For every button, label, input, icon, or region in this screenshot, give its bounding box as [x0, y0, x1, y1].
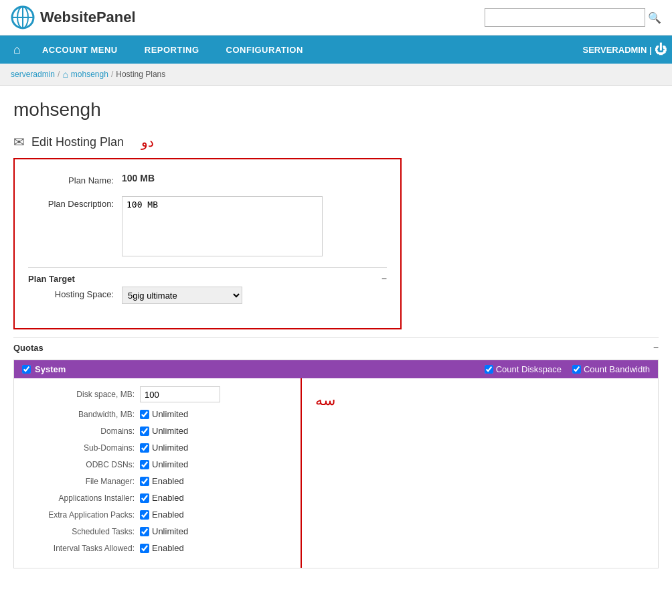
intervaltasks-check-label[interactable]: Enabled [140, 543, 184, 553]
breadcrumb-hosting-plans: Hosting Plans [116, 70, 165, 79]
count-bandwidth-checkbox[interactable] [572, 365, 581, 374]
system-checkbox[interactable] [22, 365, 31, 374]
extrapacks-checkbox[interactable] [140, 510, 149, 520]
annotation-do: دو [141, 134, 154, 150]
system-table: System Count Diskspace Count Bandwidth [13, 360, 659, 568]
plan-target-label: Plan Target [28, 274, 75, 284]
plan-name-label: Plan Name: [28, 173, 122, 185]
breadcrumb-serveradmin[interactable]: serveradmin [11, 70, 55, 79]
intervaltasks-checkbox[interactable] [140, 544, 149, 553]
extrapacks-check-label[interactable]: Enabled [140, 510, 184, 520]
filemanager-checkbox[interactable] [140, 477, 149, 486]
system-right: سه [302, 378, 658, 568]
field-row-diskspace: Disk space, MB: [14, 386, 301, 402]
nav-item-account-menu[interactable]: ACCOUNT MENU [29, 35, 131, 64]
system-label: System [35, 364, 66, 374]
field-label-intervaltasks: Interval Tasks Allowed: [19, 544, 140, 553]
quotas-collapse[interactable]: − [653, 342, 659, 353]
breadcrumb-mohsengh[interactable]: mohsengh [71, 70, 108, 79]
power-icon[interactable]: ⏻ [655, 43, 667, 57]
logo-area: WebsitePanel [11, 5, 136, 29]
field-label-diskspace: Disk space, MB: [19, 390, 140, 399]
plan-target-collapse[interactable]: − [382, 273, 387, 284]
subdomains-check-label[interactable]: Unlimited [140, 443, 188, 453]
scheduledtasks-check-label[interactable]: Unlimited [140, 526, 188, 536]
plan-desc-label: Plan Description: [28, 196, 122, 209]
field-row-appinstaller: Applications Installer: Enabled [14, 493, 301, 503]
field-value-bandwidth: Unlimited [140, 409, 188, 419]
page-title: mohsengh [13, 99, 659, 121]
domains-checkbox[interactable] [140, 427, 149, 436]
diskspace-input[interactable] [140, 386, 220, 402]
field-value-diskspace [140, 386, 220, 402]
field-value-odbc: Unlimited [140, 459, 188, 469]
plan-target-row: Plan Target − [28, 267, 387, 287]
edit-section-title: Edit Hosting Plan [31, 135, 124, 149]
system-header-right: Count Diskspace Count Bandwidth [485, 364, 650, 374]
search-input[interactable] [485, 8, 645, 27]
bandwidth-text: Unlimited [152, 409, 188, 419]
odbc-check-label[interactable]: Unlimited [140, 459, 188, 469]
count-diskspace-label[interactable]: Count Diskspace [485, 364, 562, 374]
field-row-domains: Domains: Unlimited [14, 426, 301, 436]
scheduledtasks-checkbox[interactable] [140, 527, 149, 536]
field-label-domains: Domains: [19, 427, 140, 436]
field-label-extrapacks: Extra Application Packs: [19, 510, 140, 520]
hosting-space-row: Hosting Space: 5gig ultimate Default Unl… [28, 287, 387, 304]
search-button[interactable]: 🔍 [648, 11, 661, 24]
annotation-se: سه [315, 392, 335, 409]
quotas-label: Quotas [13, 343, 44, 353]
nav-home-icon[interactable]: ⌂ [5, 43, 29, 57]
field-value-domains: Unlimited [140, 426, 188, 436]
appinstaller-text: Enabled [152, 493, 184, 503]
field-label-bandwidth: Bandwidth, MB: [19, 410, 140, 419]
hosting-space-label: Hosting Space: [28, 287, 122, 299]
appinstaller-checkbox[interactable] [140, 493, 149, 503]
nav-item-reporting[interactable]: REPORTING [131, 35, 213, 64]
domains-check-label[interactable]: Unlimited [140, 426, 188, 436]
subdomains-text: Unlimited [152, 443, 188, 453]
odbc-text: Unlimited [152, 459, 188, 469]
nav-bar: ⌂ ACCOUNT MENU REPORTING CONFIGURATION S… [0, 35, 672, 64]
top-header: WebsitePanel 🔍 [0, 0, 672, 35]
system-left: Disk space, MB: Bandwidth, MB: Unlimited [14, 378, 302, 568]
filemanager-check-label[interactable]: Enabled [140, 476, 184, 486]
domains-text: Unlimited [152, 426, 188, 436]
system-body: Disk space, MB: Bandwidth, MB: Unlimited [14, 378, 658, 568]
breadcrumb-sep2: / [111, 70, 113, 79]
filemanager-text: Enabled [152, 476, 184, 486]
logo-icon [11, 5, 35, 29]
quotas-section: Quotas − System Count Diskspace Count [13, 337, 659, 568]
main-content: mohsengh ✉ Edit Hosting Plan دو Plan Nam… [0, 86, 672, 582]
bandwidth-checkbox[interactable] [140, 410, 149, 419]
subdomains-checkbox[interactable] [140, 443, 149, 453]
field-row-intervaltasks: Interval Tasks Allowed: Enabled [14, 543, 301, 553]
field-value-filemanager: Enabled [140, 476, 184, 486]
odbc-checkbox[interactable] [140, 460, 149, 469]
nav-item-configuration[interactable]: CONFIGURATION [213, 35, 317, 64]
breadcrumb-home-icon: ⌂ [62, 69, 68, 80]
breadcrumb: serveradmin / ⌂ mohsengh / Hosting Plans [0, 64, 672, 86]
field-value-intervaltasks: Enabled [140, 543, 184, 553]
nav-separator: | [649, 45, 652, 55]
field-row-subdomains: Sub-Domains: Unlimited [14, 443, 301, 453]
field-row-scheduledtasks: Scheduled Tasks: Unlimited [14, 526, 301, 536]
count-diskspace-checkbox[interactable] [485, 365, 493, 374]
field-label-appinstaller: Applications Installer: [19, 493, 140, 503]
red-box: Plan Name: 100 MB Plan Description: 100 … [13, 158, 402, 329]
appinstaller-check-label[interactable]: Enabled [140, 493, 184, 503]
plan-desc-textarea[interactable]: 100 MB [122, 196, 323, 256]
plan-desc-row: Plan Description: 100 MB [28, 196, 387, 256]
field-row-extrapacks: Extra Application Packs: Enabled [14, 510, 301, 520]
nav-username: SERVERADMIN [583, 45, 647, 55]
hosting-space-select[interactable]: 5gig ultimate Default Unlimited [122, 287, 242, 304]
field-value-appinstaller: Enabled [140, 493, 184, 503]
logo-text: WebsitePanel [40, 9, 136, 26]
count-bandwidth-label[interactable]: Count Bandwidth [572, 364, 650, 374]
bandwidth-check-label[interactable]: Unlimited [140, 409, 188, 419]
breadcrumb-sep1: / [58, 70, 60, 79]
scheduledtasks-text: Unlimited [152, 526, 188, 536]
field-label-scheduledtasks: Scheduled Tasks: [19, 527, 140, 536]
system-header-left: System [22, 364, 66, 374]
nav-right: SERVERADMIN | ⏻ [583, 43, 667, 57]
